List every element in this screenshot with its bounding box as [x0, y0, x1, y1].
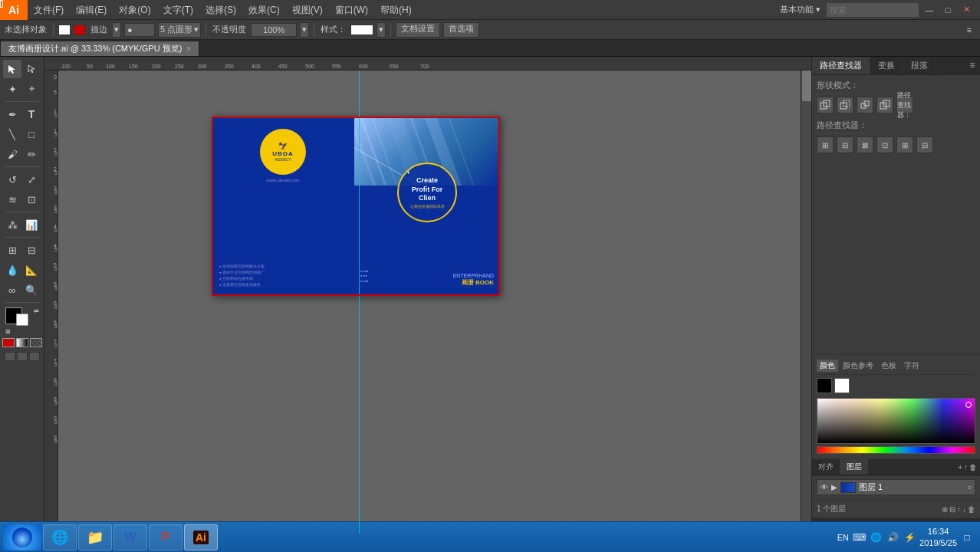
paintbrush-tool[interactable]: 🖌	[3, 145, 21, 163]
taskbar-ie[interactable]: 🌐	[43, 524, 77, 550]
vertical-scroll-thumb[interactable]	[802, 71, 811, 101]
close-button[interactable]: ✕	[959, 2, 974, 18]
merge-btn[interactable]: ⊠	[857, 136, 873, 153]
tab-close-button[interactable]: ×	[186, 44, 191, 53]
artboard-tool[interactable]: ⊞	[3, 241, 21, 259]
layer-lock-icon[interactable]: ○	[967, 483, 972, 491]
stroke-color[interactable]	[74, 25, 86, 35]
layers-tab[interactable]: 图层	[840, 459, 868, 475]
tray-battery-icon[interactable]: ⚡	[903, 531, 916, 544]
symbol-sprayer-tool[interactable]: ⁂	[3, 215, 21, 234]
layer-action-icon2[interactable]: ⊟	[949, 505, 955, 514]
line-tool[interactable]: ╲	[3, 125, 21, 143]
color-tab[interactable]: 颜色	[817, 360, 838, 372]
align-tab[interactable]: 对齐	[812, 459, 840, 475]
taskbar-explorer[interactable]: 📁	[78, 524, 112, 550]
white-swatch[interactable]	[834, 378, 850, 393]
panel-toggle-icon[interactable]: ≡	[962, 22, 977, 38]
divide-btn[interactable]: ⊞	[817, 136, 834, 153]
color-mode-btn[interactable]	[2, 338, 15, 347]
text-tool[interactable]: T	[22, 105, 41, 123]
taskbar-illustrator[interactable]: Ai	[184, 524, 218, 550]
tray-keyboard-icon[interactable]: ⌨	[852, 531, 866, 544]
layer-action-icon1[interactable]: ⊕	[942, 505, 948, 514]
pen-tool[interactable]: ✒	[3, 105, 21, 123]
magic-wand-tool[interactable]: ✦	[3, 80, 21, 98]
direct-selection-tool[interactable]	[22, 60, 41, 78]
black-swatch[interactable]	[817, 378, 832, 393]
minus-back-btn[interactable]: ⊟	[916, 136, 933, 153]
opacity-dropdown[interactable]: ▾	[300, 22, 309, 38]
unite-btn[interactable]	[817, 97, 834, 113]
panel-menu-icon[interactable]: ≡	[965, 57, 980, 74]
full-screen-btn[interactable]	[17, 352, 28, 361]
opacity-input[interactable]: 100%	[251, 23, 297, 37]
reset-colors-icon[interactable]: ⊠	[5, 328, 11, 335]
lasso-tool[interactable]: ⌖	[22, 80, 41, 98]
tab-pathfinder[interactable]: 路径查找器	[812, 57, 870, 74]
tray-speaker-icon[interactable]: 🔊	[886, 531, 899, 544]
zoom-tool[interactable]: 🔍	[22, 281, 41, 299]
tray-network-icon[interactable]: 🌐	[869, 531, 883, 544]
eyedropper-tool[interactable]: 💧	[3, 261, 21, 279]
menu-select[interactable]: 选择(S)	[199, 0, 242, 20]
search-input[interactable]	[827, 3, 919, 17]
selection-tool[interactable]	[3, 60, 21, 78]
shape-tool[interactable]: □	[22, 125, 41, 143]
minimize-button[interactable]: —	[922, 2, 937, 18]
layer-expand-icon[interactable]: ▶	[831, 483, 837, 491]
style-swatch[interactable]	[350, 25, 373, 35]
trim-btn[interactable]: ⊟	[837, 136, 853, 153]
delete-layer-icon[interactable]: 🗑	[969, 463, 977, 472]
artboard[interactable]: 🦅 UBOA AGENCY www.uboait.com ● 友博画册互联网解决…	[212, 117, 500, 296]
doc-settings-button[interactable]: 文档设置	[396, 22, 440, 38]
measure-tool[interactable]: 📐	[22, 261, 41, 279]
taskbar-word[interactable]: W	[113, 524, 147, 550]
scale-tool[interactable]: ⤢	[22, 170, 41, 189]
layer-1-item[interactable]: 👁 ▶ 图层 1 ○	[817, 479, 975, 495]
exclude-btn[interactable]	[876, 97, 893, 113]
blend-tool[interactable]: ∞	[3, 281, 21, 299]
pencil-tool[interactable]: ✏	[22, 145, 41, 163]
tab-paragraph[interactable]: 段落	[903, 57, 936, 74]
none-mode-btn[interactable]	[30, 338, 42, 347]
free-transform-tool[interactable]: ⊡	[22, 190, 41, 209]
show-desktop-icon[interactable]: □	[960, 531, 974, 544]
outline-btn[interactable]: ⊞	[896, 136, 913, 153]
stroke-dropdown[interactable]: ▾	[112, 22, 121, 38]
layer-action-icon5[interactable]: 🗑	[968, 505, 975, 514]
column-graph-tool[interactable]: 📊	[22, 215, 41, 234]
move-layer-icon[interactable]: ↑	[964, 463, 968, 472]
menu-file[interactable]: 文件(F)	[28, 0, 70, 20]
layer-action-icon4[interactable]: ↓	[962, 505, 966, 514]
rotate-tool[interactable]: ↺	[3, 170, 21, 189]
screen-mode-btn[interactable]	[5, 352, 15, 361]
menu-object[interactable]: 对象(O)	[113, 0, 156, 20]
menu-effect[interactable]: 效果(C)	[242, 0, 286, 20]
color-picker-gradient[interactable]	[817, 398, 975, 444]
fill-color[interactable]	[58, 25, 71, 35]
intersect-btn[interactable]	[857, 97, 873, 113]
crop-btn[interactable]: ⊡	[876, 136, 893, 153]
vertical-scrollbar[interactable]	[801, 71, 811, 521]
start-button[interactable]	[3, 524, 41, 550]
tab-transform[interactable]: 变换	[870, 57, 903, 74]
stroke-swatch[interactable]	[16, 314, 28, 326]
layer-visibility-icon[interactable]: 👁	[821, 483, 828, 491]
expand-btn[interactable]: 路径查找器：	[896, 97, 913, 113]
menu-text[interactable]: 文字(T)	[157, 0, 199, 20]
layer-action-icon3[interactable]: ↑	[957, 505, 961, 514]
document-tab[interactable]: 友博画册设计.ai @ 33.33% (CMYK/GPU 预览) ×	[0, 41, 199, 56]
minus-front-btn[interactable]	[837, 97, 853, 113]
swap-colors-icon[interactable]: ⇄	[34, 307, 39, 314]
hue-slider[interactable]	[817, 446, 975, 454]
preferences-button[interactable]: 首选项	[443, 22, 479, 38]
menu-window[interactable]: 窗口(W)	[329, 0, 374, 20]
warp-tool[interactable]: ≋	[3, 190, 21, 209]
slice-tool[interactable]: ⊟	[22, 241, 41, 259]
char-tab[interactable]: 字符	[901, 360, 922, 372]
gradient-mode-btn[interactable]	[16, 338, 28, 347]
new-layer-icon[interactable]: +	[958, 463, 962, 472]
menu-edit[interactable]: 编辑(E)	[70, 0, 113, 20]
menu-help[interactable]: 帮助(H)	[374, 0, 418, 20]
